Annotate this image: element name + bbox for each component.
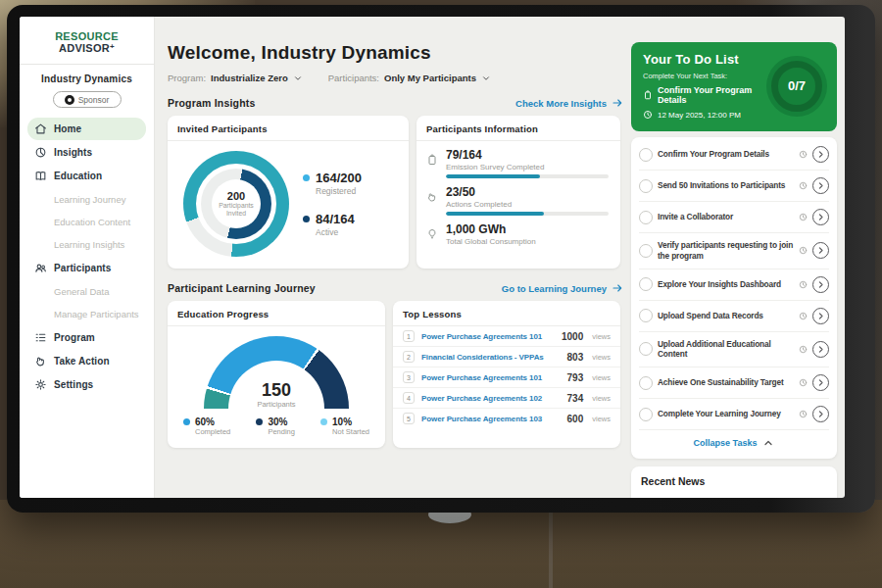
lesson-row[interactable]: 3 Power Purchase Agreements 101 793 view… bbox=[393, 368, 620, 388]
active-value: 84/164 bbox=[316, 212, 355, 226]
task-row: Complete Your Learning Journey bbox=[639, 399, 829, 430]
legend-active: 84/164 Active bbox=[303, 212, 362, 237]
sidebar-item-education-content[interactable]: Education Content bbox=[27, 211, 146, 233]
task-go-button[interactable] bbox=[812, 146, 829, 163]
lesson-views-count: 600 bbox=[567, 414, 584, 424]
education-gauge-chart: 150 Participants bbox=[204, 336, 349, 409]
sidebar: RESOURCE ADVISOR+ Industry Dynamics Spon… bbox=[20, 17, 155, 498]
program-filter-label: Program: bbox=[168, 73, 206, 83]
lesson-title-link[interactable]: Power Purchase Agreements 102 bbox=[421, 394, 561, 403]
lesson-row[interactable]: 1 Power Purchase Agreements 101 1000 vie… bbox=[393, 326, 620, 347]
todo-title: Your To Do List bbox=[643, 52, 766, 67]
task-checkbox[interactable] bbox=[639, 342, 653, 356]
lesson-title-link[interactable]: Power Purchase Agreements 103 bbox=[421, 415, 561, 423]
clock-icon bbox=[643, 110, 653, 120]
chevron-up-icon bbox=[762, 437, 774, 449]
lesson-title-link[interactable]: Financial Considerations - VPPAs bbox=[421, 353, 561, 362]
task-row: Achieve One Sustainability Target bbox=[639, 368, 829, 399]
lesson-title-link[interactable]: Power Purchase Agreements 101 bbox=[421, 373, 561, 382]
lesson-views-count: 1000 bbox=[562, 331, 583, 342]
bulb-icon bbox=[426, 226, 438, 238]
todo-progress-ring: 0/7 bbox=[766, 56, 827, 117]
brand-secondary: ADVISOR bbox=[59, 42, 110, 54]
donut-center-value: 200 bbox=[227, 190, 245, 202]
sidebar-item-home[interactable]: Home bbox=[27, 118, 146, 140]
sidebar-item-manage-participants[interactable]: Manage Participants bbox=[27, 303, 146, 325]
task-checkbox[interactable] bbox=[639, 277, 653, 291]
task-go-button[interactable] bbox=[812, 242, 829, 259]
participants-dropdown[interactable]: Participants: Only My Participants bbox=[328, 73, 491, 83]
sidebar-item-insights[interactable]: Insights bbox=[27, 141, 146, 164]
task-row: Confirm Your Program Details bbox=[639, 139, 829, 171]
invited-card-title: Invited Participants bbox=[168, 116, 409, 141]
program-dropdown[interactable]: Program: Industrialize Zero bbox=[168, 73, 303, 83]
check-more-insights-link[interactable]: Check More Insights bbox=[515, 97, 623, 109]
home-icon bbox=[34, 122, 47, 135]
active-label: Active bbox=[316, 227, 355, 237]
task-go-button[interactable] bbox=[812, 374, 829, 391]
legend-completed: 60% Completed bbox=[183, 416, 230, 436]
lesson-views-word: views bbox=[592, 415, 611, 423]
deadline-clock-icon bbox=[799, 312, 808, 320]
legend-dot-not-started bbox=[320, 418, 327, 425]
task-checkbox[interactable] bbox=[639, 211, 653, 224]
hand-icon bbox=[34, 355, 47, 368]
task-row: Upload Spend Data Records bbox=[639, 301, 829, 332]
actions-progress-track bbox=[446, 212, 609, 216]
collapse-tasks-label: Collapse Tasks bbox=[694, 438, 758, 448]
deadline-clock-icon bbox=[799, 150, 808, 159]
legend-dot-pending bbox=[256, 418, 263, 425]
actions-progress-fill bbox=[446, 212, 544, 216]
sidebar-item-participants[interactable]: Participants bbox=[27, 257, 146, 279]
lesson-views-word: views bbox=[592, 373, 611, 382]
task-checkbox[interactable] bbox=[639, 376, 653, 390]
sidebar-item-take-action[interactable]: Take Action bbox=[27, 350, 146, 372]
sidebar-item-label: Take Action bbox=[54, 356, 110, 367]
clipboard-icon bbox=[426, 152, 438, 164]
task-go-button[interactable] bbox=[812, 308, 829, 324]
task-checkbox[interactable] bbox=[639, 148, 653, 162]
legend-pending: 30% Pending bbox=[256, 416, 295, 436]
sidebar-item-label: Education bbox=[54, 171, 102, 181]
participants-filter-value: Only My Participants bbox=[384, 73, 476, 83]
task-go-button[interactable] bbox=[812, 276, 829, 293]
go-to-learning-journey-link[interactable]: Go to Learning Journey bbox=[502, 282, 623, 294]
task-checkbox[interactable] bbox=[639, 309, 653, 322]
collapse-tasks-link[interactable]: Collapse Tasks bbox=[639, 430, 829, 457]
dashboard-screen: RESOURCE ADVISOR+ Industry Dynamics Spon… bbox=[20, 17, 845, 498]
sidebar-item-label: Settings bbox=[54, 379, 93, 390]
sidebar-item-general-data[interactable]: General Data bbox=[27, 280, 146, 303]
legend-dot-completed bbox=[183, 418, 190, 425]
emission-progress-fill bbox=[446, 174, 540, 178]
lesson-row[interactable]: 2 Financial Considerations - VPPAs 803 v… bbox=[393, 347, 620, 368]
task-go-button[interactable] bbox=[812, 209, 829, 225]
sidebar-item-learning-insights[interactable]: Learning Insights bbox=[27, 233, 146, 256]
filter-row: Program: Industrialize Zero Participants… bbox=[168, 73, 623, 83]
sidebar-item-settings[interactable]: Settings bbox=[27, 373, 146, 396]
task-checkbox[interactable] bbox=[639, 244, 653, 258]
sidebar-item-learning-journey[interactable]: Learning Journey bbox=[27, 188, 146, 211]
sidebar-item-label: Participants bbox=[54, 263, 111, 273]
lesson-views-count: 793 bbox=[567, 372, 584, 383]
todo-panel: Your To Do List Complete Your Next Task:… bbox=[631, 17, 845, 498]
sidebar-item-program[interactable]: Program bbox=[27, 326, 146, 349]
sidebar-item-label: Program bbox=[54, 332, 95, 343]
donut-center-label: Participants Invited bbox=[219, 202, 254, 219]
clipboard-icon bbox=[643, 90, 653, 100]
task-go-button[interactable] bbox=[812, 177, 829, 194]
sidebar-divider bbox=[20, 64, 154, 65]
lesson-row[interactable]: 5 Power Purchase Agreements 103 600 view… bbox=[393, 409, 620, 428]
todo-subtitle: Complete Your Next Task: bbox=[643, 72, 766, 80]
task-go-button[interactable] bbox=[812, 406, 829, 422]
task-go-button[interactable] bbox=[812, 341, 829, 358]
sidebar-item-education[interactable]: Education bbox=[27, 165, 146, 187]
lesson-title-link[interactable]: Power Purchase Agreements 101 bbox=[421, 332, 555, 341]
invited-donut-chart: 200 Participants Invited bbox=[183, 151, 289, 257]
app-logo[interactable]: RESOURCE ADVISOR+ bbox=[27, 30, 146, 54]
task-checkbox[interactable] bbox=[639, 179, 653, 193]
page-title: Welcome, Industry Dynamics bbox=[168, 42, 623, 64]
brand-primary: RESOURCE bbox=[55, 30, 119, 42]
sponsor-badge[interactable]: Sponsor bbox=[53, 91, 122, 108]
lesson-row[interactable]: 4 Power Purchase Agreements 102 734 view… bbox=[393, 388, 620, 409]
task-checkbox[interactable] bbox=[639, 408, 653, 421]
